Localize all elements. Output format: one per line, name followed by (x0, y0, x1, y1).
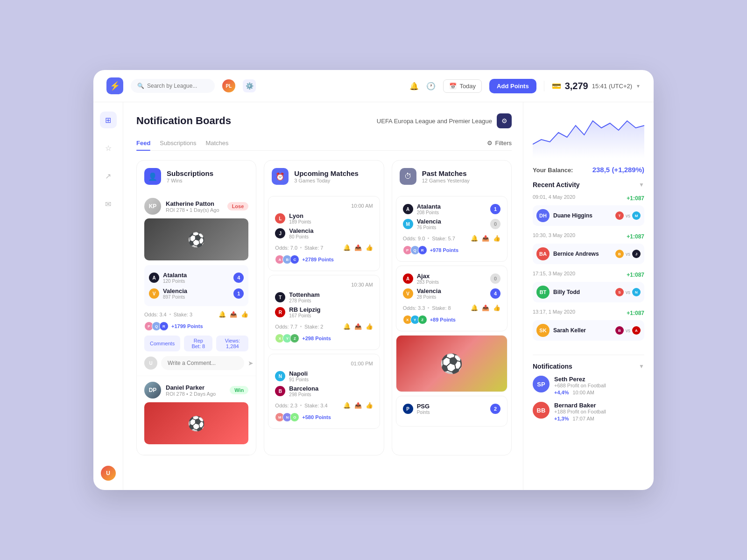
like-icon[interactable]: 👍 (366, 402, 373, 409)
share-icon[interactable]: 📤 (482, 235, 489, 242)
notif-time: 10:00 AM (573, 390, 594, 395)
avatar: SK (536, 324, 550, 337)
score: 0 (490, 273, 500, 284)
search-input[interactable] (147, 83, 208, 89)
participants: P Q R (403, 245, 427, 255)
avatar: SP (533, 376, 550, 392)
match-image: ⚽ (396, 336, 507, 392)
avatar: BA (536, 247, 550, 260)
past-icon: ⏱ (400, 168, 416, 185)
alarm-icon[interactable]: 🔔 (343, 323, 351, 330)
upcoming-icon: ⏰ (272, 168, 289, 185)
balance-value: 238,5 (+1,289%) (592, 166, 644, 174)
teams-card: A Atalanta 120 Points 4 V Valenci (144, 265, 248, 306)
list-item: P PSG Points 2 (396, 396, 507, 427)
list-item: 01:00 PM N Napoli 91 Points B (268, 354, 380, 429)
search-bar[interactable]: 🔍 (131, 79, 215, 93)
share-icon[interactable]: 📤 (354, 323, 362, 330)
match-image: ⚽ (144, 218, 248, 260)
like-icon[interactable]: 👍 (493, 304, 500, 311)
score: 1 (490, 204, 500, 214)
views-button[interactable]: Views: 1,284 (216, 336, 248, 351)
score: 1 (233, 288, 244, 299)
chevron-down-icon[interactable]: ▼ (639, 363, 644, 370)
alarm-icon[interactable]: 🔔 (471, 304, 478, 311)
team-logo: A (403, 273, 413, 284)
list-item: A Ajax 283 Points 0 V Valencia (396, 266, 507, 331)
alarm-icon[interactable]: 🔔 (218, 311, 226, 318)
league-badge[interactable]: PL (222, 79, 235, 92)
sidebar: ⊞ ☆ ↗ ✉ U (93, 102, 123, 490)
sidebar-item-grid[interactable]: ⊞ (100, 112, 117, 128)
past-column: ⏱ Past Matches 12 Games Yesterday A (392, 160, 512, 455)
tab-matches[interactable]: Matches (205, 136, 228, 150)
divider (533, 355, 644, 355)
balance-row: Your Balance: 238,5 (+1,289%) (533, 166, 644, 174)
points-badge: +298 Points (302, 336, 331, 341)
activity-amount: +1:087 (627, 233, 644, 240)
activity-time: 10:30, 3 May 2020 (533, 232, 575, 238)
league-info: UEFA Europa League and Premier League ⚙ (377, 113, 512, 128)
avatar: BB (533, 402, 550, 419)
past-title: Past Matches (422, 169, 470, 177)
chevron-down-icon[interactable]: ▼ (636, 84, 641, 89)
tab-subscriptions[interactable]: Subscriptions (160, 136, 196, 150)
list-item: ⚽ (396, 335, 507, 392)
user-name: Katherine Patton (166, 200, 219, 207)
share-icon[interactable]: 📤 (354, 402, 362, 409)
score: 4 (490, 288, 500, 299)
time-display: 15:41 (UTC+2) (592, 83, 632, 90)
header: ⚡ 🔍 PL ⚙️ 🔔 🕐 📅 Today Add Points 💳 3,279… (93, 70, 654, 102)
right-panel: Your Balance: 238,5 (+1,289%) Recent Act… (523, 102, 654, 490)
send-icon[interactable]: ➤ (248, 359, 254, 367)
chevron-down-icon[interactable]: ▼ (639, 182, 644, 188)
comment-input[interactable] (161, 356, 244, 370)
league-settings-button[interactable]: ⚙ (497, 113, 512, 128)
team-logo: L (275, 213, 285, 224)
sidebar-item-chart[interactable]: ↗ (100, 168, 117, 184)
like-icon[interactable]: 👍 (366, 244, 373, 251)
bell-icon[interactable]: 🔔 (409, 82, 419, 91)
add-points-button[interactable]: Add Points (489, 79, 536, 93)
share-icon[interactable]: 📤 (354, 244, 362, 251)
search-icon: 🔍 (137, 83, 144, 89)
sidebar-item-mail[interactable]: ✉ (100, 196, 117, 212)
like-icon[interactable]: 👍 (493, 235, 500, 242)
alarm-icon[interactable]: 🔔 (343, 402, 351, 409)
filters-button[interactable]: ⚙ Filters (487, 140, 512, 147)
rep-bet-button[interactable]: Rep Bet: 8 (184, 336, 212, 351)
header-actions: 🔔 🕐 📅 Today Add Points (409, 79, 536, 93)
league-name: UEFA Europa League and Premier League (377, 118, 492, 125)
alarm-icon[interactable]: 🔔 (343, 244, 351, 251)
alarm-icon[interactable]: 🔔 (471, 235, 478, 242)
subscriptions-title: Subscriptions (167, 169, 213, 177)
activity-amount: +1:087 (627, 195, 644, 202)
header-balance: 3,279 (565, 81, 588, 91)
filter-icon: ⚙ (487, 140, 493, 147)
today-button[interactable]: 📅 Today (443, 79, 482, 93)
like-icon[interactable]: 👍 (241, 311, 248, 318)
main-layout: ⊞ ☆ ↗ ✉ U Notification Boards UEFA Europ… (93, 102, 654, 490)
points-badge: +978 Points (430, 247, 458, 253)
participants: M N O (275, 413, 299, 422)
match-image: ⚽ (144, 402, 248, 444)
settings-icon[interactable]: ⚙️ (243, 79, 256, 92)
list-item: DP Daniel Parker ROI 278 • 2 Days Ago Wi… (137, 376, 256, 455)
activity-amount: +1:087 (627, 310, 644, 316)
participants: X Y Z (275, 334, 299, 343)
share-icon[interactable]: 📤 (230, 311, 237, 318)
comments-button[interactable]: Comments (144, 336, 180, 351)
notif-name: Bernard Baker (554, 402, 606, 409)
team-logo: R (275, 307, 285, 317)
avatar: DP (144, 382, 161, 399)
upcoming-column: ⏰ Upcoming Matches 3 Games Today 10:00 A… (264, 160, 384, 455)
like-icon[interactable]: 👍 (366, 323, 373, 330)
share-icon[interactable]: 📤 (482, 304, 489, 311)
tab-feed[interactable]: Feed (136, 136, 150, 150)
notif-name: Seth Perez (554, 376, 606, 383)
sidebar-item-star[interactable]: ☆ (100, 140, 117, 156)
chart-area (533, 112, 644, 158)
user-avatar[interactable]: U (101, 466, 116, 481)
columns: 👤 Subscriptions 7 Wins KP Katherine Patt… (136, 160, 512, 455)
clock-icon[interactable]: 🕐 (426, 82, 436, 91)
